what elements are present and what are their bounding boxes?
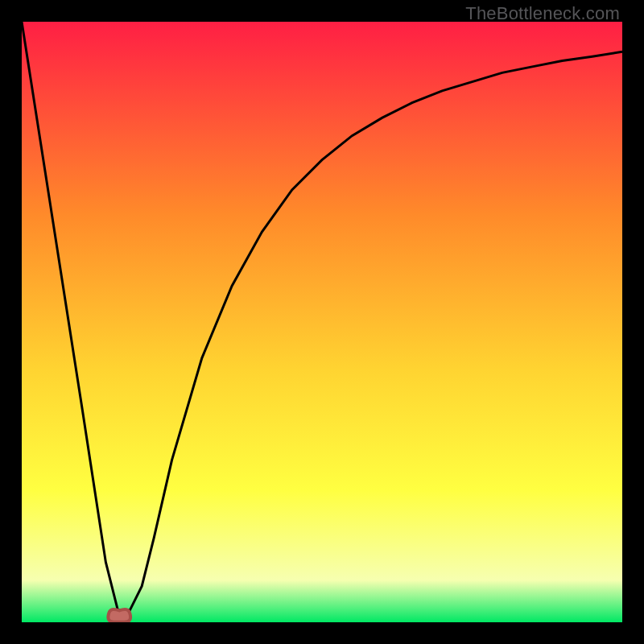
chart-frame: TheBottleneck.com — [0, 0, 644, 644]
watermark-text: TheBottleneck.com — [465, 3, 620, 24]
plot-area — [22, 22, 622, 622]
bottleneck-curve — [22, 22, 622, 622]
